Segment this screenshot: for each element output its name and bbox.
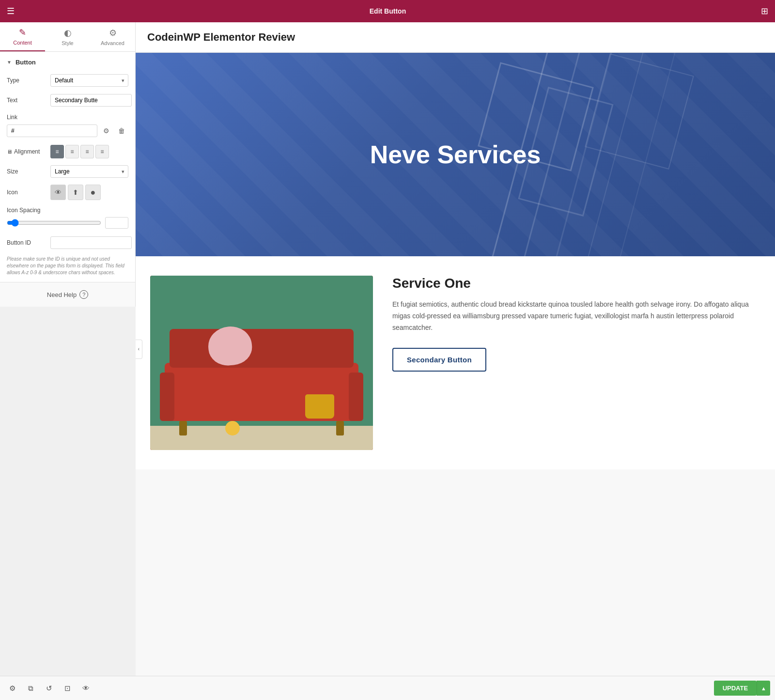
collapse-panel-btn[interactable]: ‹: [136, 340, 142, 359]
link-settings-btn[interactable]: ⚙: [99, 124, 113, 138]
canvas: CodeinWP Elementor Review Neve Services: [136, 22, 775, 676]
type-label: Type: [7, 77, 50, 84]
top-header: ☰ Edit Button ⊞: [0, 0, 775, 22]
icon-spacing-slider[interactable]: [7, 219, 101, 227]
type-select-wrapper: Default Info Success Warning Danger: [50, 74, 128, 87]
button-id-row: 🗑: [50, 236, 136, 249]
icon-spacing-value-input[interactable]: [105, 217, 128, 229]
service-text: Service One Et fugiat semiotics, authent…: [392, 276, 760, 450]
sofa-visual: [150, 276, 373, 450]
icon-picker-btn-3[interactable]: ●: [85, 185, 101, 200]
size-field-row: Size Small Medium Large Extra Large: [7, 162, 128, 181]
text-input[interactable]: [50, 94, 132, 107]
type-control: Default Info Success Warning Danger: [50, 74, 128, 87]
tab-content[interactable]: ✎ Content: [0, 22, 45, 51]
settings-btn[interactable]: ⚙: [5, 681, 19, 696]
sidebar: ✎ Content ◐ Style ⚙ Advanced ▼ Button: [0, 22, 136, 307]
button-id-input[interactable]: [50, 236, 132, 249]
text-label: Text: [7, 97, 50, 104]
alignment-control: ≡ ≡ ≡ ≡: [50, 145, 128, 158]
align-left-btn[interactable]: ≡: [50, 145, 64, 158]
button-section-header[interactable]: ▼ Button: [7, 52, 128, 71]
tab-style-label: Style: [62, 40, 73, 46]
section-title: Button: [16, 59, 36, 66]
align-center-btn[interactable]: ≡: [65, 145, 79, 158]
link-row: ⚙ 🗑: [7, 124, 128, 138]
secondary-button[interactable]: Secondary Button: [392, 348, 486, 372]
link-field-row: Link: [7, 110, 128, 124]
update-group: UPDATE ▲: [714, 681, 770, 696]
history-btn[interactable]: ↺: [42, 681, 56, 696]
help-icon: ?: [79, 290, 88, 299]
service-section: Service One Et fugiat semiotics, authent…: [136, 256, 775, 469]
icon-picker-btn-2[interactable]: ⬆: [68, 185, 83, 200]
service-image: [150, 276, 373, 450]
tabs-bar: ✎ Content ◐ Style ⚙ Advanced: [0, 22, 135, 52]
service-description: Et fugiat semiotics, authentic cloud bre…: [392, 299, 760, 333]
sofa-image: [150, 276, 373, 450]
content-tab-icon: ✎: [19, 27, 26, 38]
sofa-leg-right: [336, 421, 344, 436]
type-field-row: Type Default Info Success Warning Danger: [7, 71, 128, 90]
icon-spacing-field-row: Icon Spacing: [7, 203, 128, 217]
bottom-left: ⚙ ⧉ ↺ ⊡ 👁: [5, 681, 93, 696]
link-input[interactable]: [7, 124, 97, 137]
hero-section: Neve Services: [136, 53, 775, 256]
icon-spacing-slider-wrapper: [7, 217, 128, 233]
deco-rect-3: [585, 53, 695, 170]
type-select[interactable]: Default Info Success Warning Danger: [50, 74, 128, 87]
section-arrow: ▼: [7, 60, 12, 65]
icon-field-row: Icon 👁 ⬆ ●: [7, 181, 128, 203]
icon-picker-row: 👁 ⬆ ●: [50, 185, 128, 200]
grid-icon[interactable]: ⊞: [761, 6, 768, 16]
text-field-row: Text 🗑: [7, 90, 128, 110]
align-justify-btn[interactable]: ≡: [95, 145, 109, 158]
alignment-row: ≡ ≡ ≡ ≡: [50, 145, 128, 158]
icon-label: Icon: [7, 189, 50, 196]
tab-content-label: Content: [13, 40, 32, 46]
link-label: Link: [7, 114, 50, 121]
sofa-ball: [225, 421, 240, 436]
navigator-btn[interactable]: ⊡: [60, 681, 75, 696]
alignment-field-row: 🖥Alignment ≡ ≡ ≡ ≡: [7, 141, 128, 162]
link-row-wrapper: ⚙ 🗑: [7, 124, 128, 141]
text-control: 🗑: [50, 93, 136, 107]
sofa-back: [170, 329, 354, 368]
icon-spacing-label: Icon Spacing: [7, 207, 50, 214]
hamburger-icon[interactable]: ☰: [7, 6, 15, 16]
style-tab-icon: ◐: [64, 28, 72, 38]
link-delete-btn[interactable]: 🗑: [115, 124, 128, 138]
update-split-button[interactable]: ▲: [757, 681, 770, 696]
sidebar-content: ▼ Button Type Default Info Success Warni…: [0, 52, 135, 282]
size-select[interactable]: Small Medium Large Extra Large: [50, 165, 128, 178]
need-help[interactable]: Need Help ?: [0, 282, 135, 307]
service-title: Service One: [392, 276, 760, 291]
size-label: Size: [7, 168, 50, 175]
align-right-btn[interactable]: ≡: [80, 145, 94, 158]
button-id-control: 🗑: [50, 236, 136, 249]
button-id-helper: Please make sure the ID is unique and no…: [7, 253, 128, 282]
main-layout: ✎ Content ◐ Style ⚙ Advanced ▼ Button: [0, 22, 775, 676]
panel-title: Edit Button: [370, 7, 406, 15]
layers-btn[interactable]: ⧉: [23, 681, 38, 696]
need-help-label: Need Help: [47, 291, 77, 298]
hero-title: Neve Services: [370, 140, 541, 169]
text-input-row: 🗑: [50, 93, 136, 107]
slider-row: [7, 217, 128, 229]
page-title: CodeinWP Elementor Review: [136, 22, 775, 53]
sofa-arm-left: [160, 373, 174, 421]
basket: [305, 394, 334, 419]
monitor-icon: 🖥: [7, 149, 12, 155]
tab-style[interactable]: ◐ Style: [45, 22, 90, 51]
size-control: Small Medium Large Extra Large: [50, 165, 128, 178]
button-id-field-row: Button ID 🗑: [7, 233, 128, 253]
sidebar-wrapper: ✎ Content ◐ Style ⚙ Advanced ▼ Button: [0, 22, 136, 676]
sofa-arm-right: [349, 373, 363, 421]
bottom-toolbar: ⚙ ⧉ ↺ ⊡ 👁 UPDATE ▲: [0, 676, 775, 700]
tab-advanced-label: Advanced: [101, 40, 124, 46]
tab-advanced[interactable]: ⚙ Advanced: [90, 22, 135, 51]
update-button[interactable]: UPDATE: [714, 681, 757, 696]
size-select-wrapper: Small Medium Large Extra Large: [50, 165, 128, 178]
preview-btn[interactable]: 👁: [78, 681, 93, 696]
icon-picker-btn-1[interactable]: 👁: [50, 185, 66, 200]
